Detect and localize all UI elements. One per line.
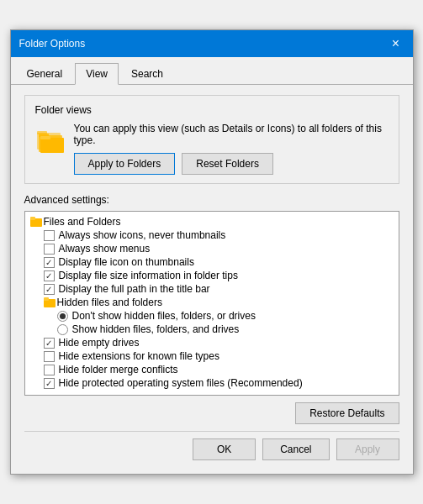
folder-node-icon	[30, 216, 44, 228]
tree-item-label: Display the full path in the title bar	[59, 283, 210, 295]
folder-options-dialog: Folder Options × General View Search Fol…	[10, 29, 414, 475]
tree-item-label: Display file size information in folder …	[59, 270, 238, 281]
svg-rect-9	[44, 297, 49, 301]
list-item[interactable]: Display the full path in the title bar	[25, 282, 399, 296]
list-item: Hidden files and folders	[25, 296, 399, 309]
folder-views-section: Folder views	[24, 95, 399, 184]
tree-item-label: Show hidden files, folders, and drives	[72, 323, 240, 335]
list-item[interactable]: Hide folder merge conflicts	[25, 363, 399, 376]
folder-views-label: Folder views	[35, 104, 389, 116]
list-item: Files and Folders	[25, 215, 399, 228]
list-item[interactable]: Display file icon on thumbnails	[25, 255, 399, 269]
folder-views-description-area: You can apply this view (such as Details…	[74, 123, 389, 175]
close-button[interactable]: ×	[388, 35, 404, 52]
tree-item-label: Files and Folders	[44, 216, 121, 228]
tree-item-label: Hide folder merge conflicts	[59, 364, 178, 375]
advanced-settings-label: Advanced settings:	[24, 194, 399, 206]
checkbox-display-full-path[interactable]	[44, 284, 55, 295]
list-item[interactable]: Don't show hidden files, folders, or dri…	[25, 309, 399, 323]
svg-rect-7	[30, 217, 35, 220]
checkbox-display-file-icon[interactable]	[44, 257, 55, 268]
title-bar: Folder Options ×	[11, 30, 413, 57]
apply-button[interactable]: Apply	[336, 438, 399, 460]
tab-content: Folder views	[11, 85, 413, 474]
tab-bar: General View Search	[11, 57, 413, 85]
tree-item-label: Hidden files and folders	[57, 297, 162, 308]
advanced-settings-tree[interactable]: Files and Folders Always show icons, nev…	[24, 211, 399, 396]
checkbox-hide-empty-drives[interactable]	[44, 338, 55, 349]
tab-view[interactable]: View	[75, 63, 119, 85]
checkbox-display-file-size[interactable]	[44, 270, 55, 281]
tree-item-label: Don't show hidden files, folders, or dri…	[72, 310, 256, 322]
svg-rect-5	[40, 136, 50, 139]
folder-stack-svg	[35, 124, 66, 155]
radio-show-hidden[interactable]	[57, 324, 68, 335]
ok-button[interactable]: OK	[193, 438, 256, 460]
list-item[interactable]: Show hidden files, folders, and drives	[25, 323, 399, 336]
list-item[interactable]: Hide protected operating system files (R…	[25, 376, 399, 390]
folder-views-buttons: Apply to Folders Reset Folders	[74, 153, 389, 175]
list-item[interactable]: Hide extensions for known file types	[25, 349, 399, 363]
checkbox-always-show-icons[interactable]	[44, 230, 55, 241]
list-item[interactable]: Always show icons, never thumbnails	[25, 228, 399, 242]
list-item[interactable]: Hide empty drives	[25, 336, 399, 349]
reset-folders-button[interactable]: Reset Folders	[182, 153, 273, 175]
checkbox-hide-protected-os[interactable]	[44, 378, 55, 389]
checkbox-hide-merge-conflicts[interactable]	[44, 365, 55, 375]
folder-hidden-icon	[44, 297, 57, 308]
tree-item-label: Hide extensions for known file types	[59, 350, 219, 362]
tab-general[interactable]: General	[16, 63, 74, 85]
tree-item-label: Hide protected operating system files (R…	[59, 377, 303, 389]
tree-item-label: Always show icons, never thumbnails	[59, 229, 226, 241]
footer-buttons: OK Cancel Apply	[24, 431, 399, 464]
checkbox-hide-extensions[interactable]	[44, 351, 55, 362]
folder-views-inner: You can apply this view (such as Details…	[35, 123, 389, 175]
restore-defaults-button[interactable]: Restore Defaults	[295, 402, 399, 424]
folder-icon	[35, 124, 66, 155]
list-item[interactable]: Always show menus	[25, 242, 399, 255]
radio-dont-show-hidden[interactable]	[57, 311, 68, 322]
dialog-title: Folder Options	[19, 38, 86, 50]
svg-rect-4	[40, 138, 64, 153]
list-item[interactable]: Display file size information in folder …	[25, 269, 399, 282]
tree-item-label: Always show menus	[59, 243, 151, 255]
tab-search[interactable]: Search	[120, 63, 174, 85]
tree-item-label: Display file icon on thumbnails	[59, 256, 194, 268]
tree-item-label: Hide empty drives	[59, 337, 140, 349]
cancel-button[interactable]: Cancel	[262, 438, 329, 460]
folder-views-description: You can apply this view (such as Details…	[74, 123, 389, 146]
apply-to-folders-button[interactable]: Apply to Folders	[74, 153, 176, 175]
restore-defaults-row: Restore Defaults	[24, 402, 399, 424]
checkbox-always-show-menus[interactable]	[44, 244, 55, 255]
